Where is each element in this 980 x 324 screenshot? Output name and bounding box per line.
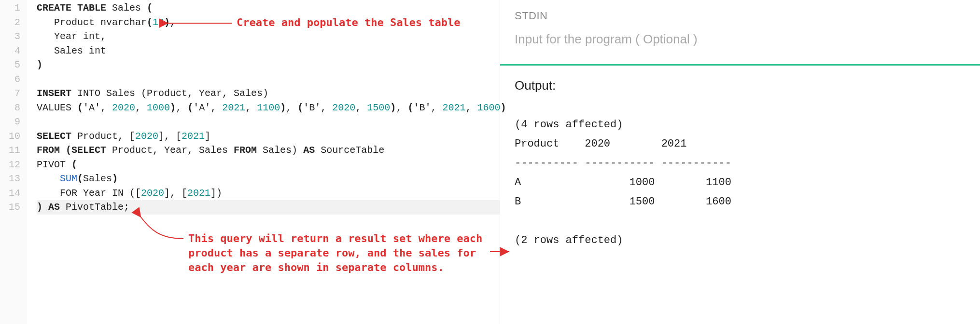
code-line[interactable]: CREATE TABLE Sales ( [37, 1, 500, 15]
io-pane: STDIN Output: (4 rows affected) Product … [500, 0, 980, 324]
stdin-label: STDIN [515, 10, 966, 22]
line-number: 4 [0, 44, 20, 58]
code-line[interactable] [37, 72, 500, 87]
code-editor-area[interactable]: CREATE TABLE Sales ( Product nvarchar(10… [27, 0, 500, 324]
line-number: 15 [0, 200, 20, 215]
line-number: 6 [0, 72, 20, 87]
code-line[interactable]: ) [37, 58, 500, 72]
line-number: 11 [0, 143, 20, 158]
line-number: 9 [0, 115, 20, 129]
code-line[interactable]: FROM (SELECT Product, Year, Sales FROM S… [37, 143, 500, 158]
line-number: 2 [0, 15, 20, 30]
code-line[interactable]: ) AS PivotTable; [37, 200, 500, 215]
line-number: 10 [0, 129, 20, 144]
line-number: 7 [0, 86, 20, 101]
line-number-gutter: 123456789101112131415 [0, 0, 27, 324]
line-number: 14 [0, 186, 20, 201]
code-line[interactable]: SELECT Product, [2020], [2021] [37, 129, 500, 144]
code-line[interactable]: VALUES ('A', 2020, 1000), ('A', 2021, 11… [37, 101, 500, 115]
line-number: 3 [0, 29, 20, 44]
code-line[interactable]: SUM(Sales) [37, 172, 500, 186]
code-line[interactable]: Sales int [37, 44, 500, 58]
code-line[interactable]: Year int, [37, 29, 500, 44]
line-number: 12 [0, 158, 20, 172]
stdin-input[interactable] [515, 32, 966, 47]
line-number: 5 [0, 58, 20, 72]
code-line[interactable]: INSERT INTO Sales (Product, Year, Sales) [37, 86, 500, 101]
code-line[interactable] [37, 115, 500, 129]
line-number: 1 [0, 1, 20, 15]
stdin-section: STDIN [500, 0, 980, 66]
output-text: (4 rows affected) Product 2020 2021 ----… [515, 115, 966, 250]
code-line[interactable]: FOR Year IN ([2020], [2021]) [37, 186, 500, 201]
line-number: 13 [0, 172, 20, 186]
output-label: Output: [515, 78, 966, 93]
code-editor-pane: 123456789101112131415 CREATE TABLE Sales… [0, 0, 500, 324]
line-number: 8 [0, 101, 20, 115]
code-line[interactable]: Product nvarchar(10), [37, 15, 500, 30]
output-section: Output: (4 rows affected) Product 2020 2… [500, 66, 980, 263]
code-line[interactable]: PIVOT ( [37, 158, 500, 172]
